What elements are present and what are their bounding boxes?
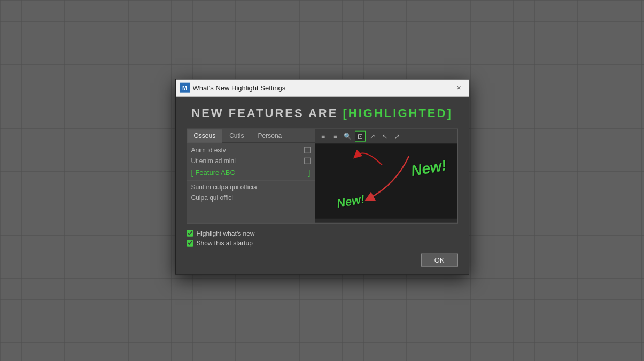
- headline-highlighted: [HIGHLIGHTED]: [343, 106, 453, 119]
- headline: NEW FEATURES ARE [HIGHLIGHTED]: [187, 106, 458, 120]
- list-item: Culpa qui offici: [187, 192, 315, 203]
- list-item[interactable]: Anim id estv: [187, 144, 315, 155]
- checkbox-anim[interactable]: [304, 147, 311, 153]
- title-bar: M What's New Highlight Settings ×: [176, 79, 469, 96]
- bottom-row: OK: [187, 253, 458, 266]
- checkboxes-row: Highlight what's new Show this at startu…: [187, 229, 458, 247]
- checkbox-ut[interactable]: [304, 157, 311, 164]
- toolbar-select-icon[interactable]: ↖: [379, 130, 390, 141]
- left-panel: Osseus Cutis Persona Anim id estv Ut eni…: [187, 129, 315, 222]
- tabs-row: Osseus Cutis Persona: [187, 129, 315, 142]
- toolbar-list-icon[interactable]: ≡: [318, 130, 329, 141]
- modal-body: NEW FEATURES ARE [HIGHLIGHTED] Osseus Cu…: [176, 96, 469, 274]
- highlight-checkbox-line[interactable]: Highlight what's new: [187, 229, 458, 237]
- menu-divider: [187, 180, 315, 180]
- ok-button[interactable]: OK: [421, 253, 458, 266]
- startup-checkbox-label: Show this at startup: [197, 239, 253, 247]
- preview-canvas: New! New!: [315, 143, 457, 218]
- toolbar-highlight-icon[interactable]: ⊡: [355, 130, 366, 141]
- list-item-featured[interactable]: [ Feature ABC ]: [187, 166, 315, 179]
- headline-static: NEW FEATURES ARE: [191, 106, 338, 119]
- menu-list: Anim id estv Ut enim ad mini [ Feature A…: [187, 142, 315, 205]
- tab-osseus[interactable]: Osseus: [187, 129, 223, 142]
- content-area: Osseus Cutis Persona Anim id estv Ut eni…: [187, 128, 458, 223]
- modal-wrapper: M What's New Highlight Settings × NEW FE…: [175, 79, 469, 274]
- preview-arrow-svg: [315, 143, 457, 218]
- list-item[interactable]: Ut enim ad mini: [187, 155, 315, 166]
- tab-cutis[interactable]: Cutis: [222, 129, 251, 142]
- highlight-checkbox[interactable]: [187, 230, 193, 237]
- toolbar-search-icon[interactable]: 🔍: [343, 130, 353, 141]
- maya-logo-icon: M: [180, 83, 190, 93]
- title-bar-left: M What's New Highlight Settings: [180, 83, 286, 93]
- toolbar-row: ≡ ≡ 🔍 ⊡ ↗ ↖ ↗: [315, 129, 457, 143]
- startup-checkbox-line[interactable]: Show this at startup: [187, 239, 458, 247]
- dialog: M What's New Highlight Settings × NEW FE…: [175, 79, 469, 274]
- close-button[interactable]: ×: [454, 82, 464, 93]
- highlight-checkbox-label: Highlight what's new: [197, 229, 255, 237]
- list-item: Sunt in culpa qui officia: [187, 181, 315, 192]
- toolbar-action-icon[interactable]: ↗: [392, 130, 402, 141]
- toolbar-arrow-icon[interactable]: ↗: [367, 130, 378, 141]
- toolbar-list2-icon[interactable]: ≡: [330, 130, 341, 141]
- right-panel: ≡ ≡ 🔍 ⊡ ↗ ↖ ↗: [315, 129, 457, 222]
- tab-persona[interactable]: Persona: [251, 129, 289, 142]
- dialog-title: What's New Highlight Settings: [193, 83, 286, 91]
- startup-checkbox[interactable]: [187, 240, 193, 247]
